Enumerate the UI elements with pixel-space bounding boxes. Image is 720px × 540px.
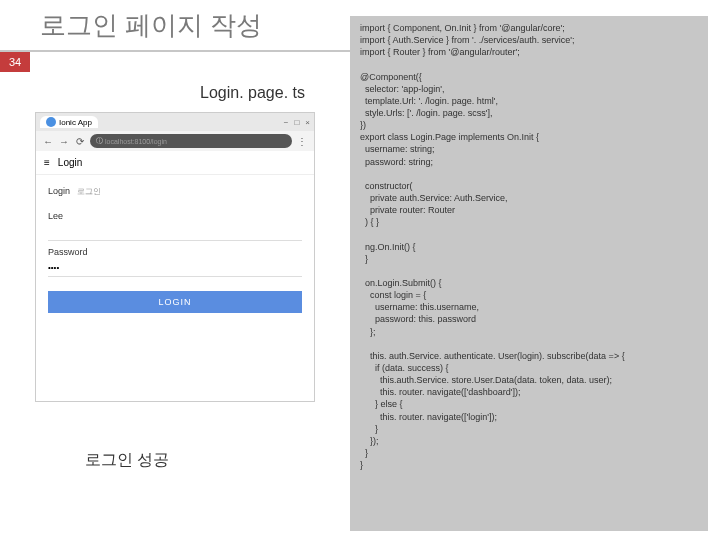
username-input[interactable] (48, 223, 302, 241)
login-form: Login 로그인 Lee Password LOGIN (36, 175, 314, 323)
browser-window: Ionic App − □ × ← → ⟳ ⓘ localhost:8100/l… (35, 112, 315, 402)
forward-icon[interactable]: → (58, 135, 70, 147)
menu-icon[interactable]: ⋮ (296, 135, 308, 147)
login-button[interactable]: LOGIN (48, 291, 302, 313)
slide-number-badge: 34 (0, 52, 30, 72)
success-text: 로그인 성공 (85, 450, 169, 471)
url-text: localhost:8100/login (105, 138, 167, 145)
info-icon: ⓘ (96, 136, 103, 146)
url-field[interactable]: ⓘ localhost:8100/login (90, 134, 292, 148)
tab-label: Ionic App (59, 118, 92, 127)
browser-tab-bar: Ionic App − □ × (36, 113, 314, 131)
reload-icon[interactable]: ⟳ (74, 135, 86, 147)
code-block: import { Component, On.Init } from '@ang… (350, 16, 708, 531)
browser-tab[interactable]: Ionic App (40, 116, 98, 128)
app-title: Login (58, 157, 82, 168)
login-label: Login (48, 186, 70, 196)
login-sublabel: 로그인 (77, 187, 101, 196)
hamburger-icon[interactable]: ≡ (44, 157, 50, 168)
window-controls: − □ × (284, 118, 310, 127)
file-label: Login. page. ts (200, 84, 305, 102)
maximize-icon[interactable]: □ (294, 118, 299, 127)
password-input[interactable] (48, 259, 302, 277)
address-bar: ← → ⟳ ⓘ localhost:8100/login ⋮ (36, 131, 314, 151)
login-heading: Login 로그인 (48, 185, 302, 197)
password-label: Password (48, 247, 302, 257)
app-header: ≡ Login (36, 151, 314, 175)
username-label: Lee (48, 211, 302, 221)
back-icon[interactable]: ← (42, 135, 54, 147)
minimize-icon[interactable]: − (284, 118, 289, 127)
slide-title: 로그인 페이지 작성 (40, 8, 262, 43)
slide: 로그인 페이지 작성 34 Login. page. ts import { C… (0, 0, 720, 540)
title-underline (0, 50, 360, 52)
tab-icon (46, 117, 56, 127)
close-icon[interactable]: × (305, 118, 310, 127)
